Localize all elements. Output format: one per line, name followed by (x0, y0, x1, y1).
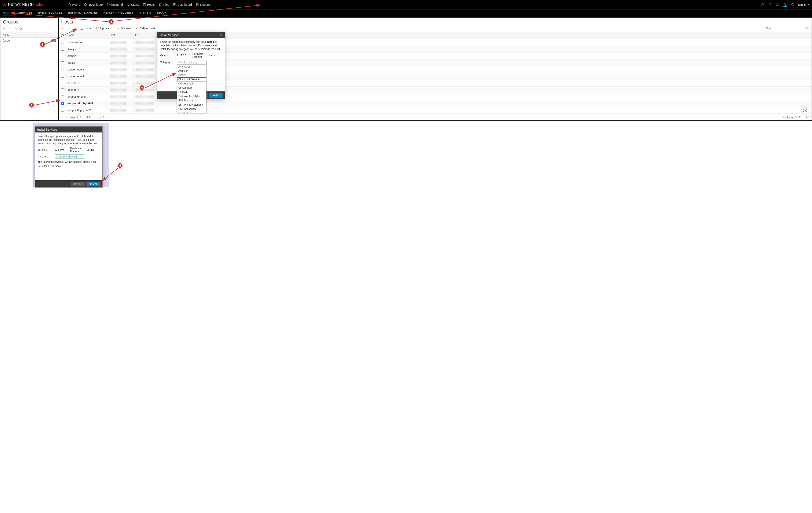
row-checkbox[interactable] (61, 41, 64, 44)
edit-host-icon[interactable] (72, 26, 78, 30)
nav-reports-label: Reports (200, 3, 210, 6)
fab-button[interactable] (802, 107, 809, 114)
row-checkbox[interactable] (61, 68, 64, 71)
brand-text: NETWITNESSPlatform (8, 3, 47, 6)
row-name: broker (66, 60, 108, 66)
dropdown-option[interactable]: Broker (177, 73, 206, 77)
last-page-icon[interactable]: » (97, 116, 98, 119)
nav-right: admin (760, 3, 810, 7)
add-group-icon[interactable]: ＋ (3, 26, 6, 31)
row-ip-redacted (135, 102, 154, 105)
nav-reports[interactable]: Reports (196, 3, 210, 6)
group-item-all[interactable]: All 20 (0, 38, 58, 44)
refresh-page-icon[interactable]: ⟳ (103, 116, 105, 119)
col-ip[interactable]: IP (134, 32, 159, 39)
dropdown-caret-icon[interactable]: ⌄ (66, 26, 70, 30)
dropdown-option[interactable]: Endpoint (177, 90, 206, 94)
subnav-health[interactable]: HEALTH & WELLNESS (104, 11, 134, 16)
subnav-event-sources[interactable]: EVENT SOURCES (38, 11, 63, 16)
nav-home[interactable]: Home (68, 3, 80, 6)
install-button[interactable]: Install (80, 26, 93, 30)
subnav-hosts[interactable]: HOSTS (3, 11, 13, 16)
user-menu[interactable]: admin (798, 3, 810, 6)
dropdown-option[interactable]: Analyst UI (177, 64, 206, 69)
category-select[interactable]: Select a category ⌄ (177, 60, 206, 64)
table-row[interactable]: endpointloghybrid2 (59, 107, 812, 114)
next-page-icon[interactable]: › (94, 116, 95, 119)
row-checkbox[interactable] (61, 75, 64, 78)
nav-investigate[interactable]: Investigate (84, 3, 103, 6)
install-services-dialog-2: Install Services ✕ Select the appropriat… (35, 126, 103, 188)
subnav-security[interactable]: SECURITY (156, 11, 171, 16)
category-label: Category: (38, 155, 53, 158)
table-row[interactable]: endpointloghybrid1 (59, 100, 812, 107)
subnav-services[interactable]: SERVICES (18, 11, 33, 16)
reboot-button[interactable]: Reboot Host (134, 26, 156, 30)
nav-users[interactable]: Users (127, 3, 139, 6)
first-page-icon[interactable]: « (61, 116, 63, 119)
netwitness-logo-icon (2, 2, 7, 7)
row-checkbox[interactable] (61, 82, 64, 84)
dropdown-option[interactable]: ESA Secondary (177, 107, 206, 111)
row-host-redacted (110, 68, 127, 71)
remove-host-icon[interactable]: ━ (61, 26, 64, 30)
row-ip-redacted (135, 48, 154, 51)
page-input[interactable] (78, 115, 84, 119)
hw-label: Hardware Platform: (70, 147, 85, 153)
select-all-checkbox[interactable] (61, 34, 64, 37)
help-icon[interactable] (791, 3, 795, 7)
install-button-dialog[interactable]: Install (209, 93, 223, 97)
nav-files[interactable]: Files (158, 3, 169, 6)
dialog2-instr-bold: Install (84, 135, 92, 138)
sub-nav: HOSTS SERVICES EVENT SOURCES ENDPOINT SO… (0, 9, 812, 17)
row-checkbox[interactable] (61, 102, 64, 105)
category-select-filled[interactable]: Cloud Link Service ⌄ (55, 154, 84, 159)
nav-respond[interactable]: Respond (107, 3, 123, 6)
dropdown-option[interactable]: Cloud Link Service (177, 77, 206, 82)
dropdown-option[interactable]: ContextHub (177, 86, 206, 90)
row-checkbox[interactable] (61, 55, 64, 57)
bell-icon[interactable] (768, 3, 772, 7)
close-icon[interactable]: ✕ (98, 128, 100, 131)
dropdown-option[interactable]: ESA Primary (177, 98, 206, 103)
subnav-endpoint-sources[interactable]: ENDPOINT SOURCES (68, 11, 98, 16)
close-icon[interactable]: ✕ (220, 33, 223, 37)
row-checkbox[interactable] (61, 95, 64, 98)
filter-input[interactable] (764, 26, 806, 30)
row-host-redacted (110, 88, 127, 91)
subnav-system[interactable]: SYSTEM (139, 11, 151, 16)
discover-button[interactable]: Discover (116, 26, 133, 30)
hosts-toolbar: ━ ⌄ Install Update ⌄ Discover Reboot Hos… (59, 26, 812, 32)
nav-dashboard[interactable]: Dashboard (173, 3, 192, 6)
update-button[interactable]: Update ⌄ (95, 26, 113, 30)
row-checkbox[interactable] (61, 88, 64, 91)
nav-hosts[interactable]: Hosts (143, 3, 155, 6)
message-icon[interactable] (775, 3, 780, 7)
prev-page-icon[interactable]: ‹ (64, 116, 65, 119)
install-button-final[interactable]: Install (87, 181, 100, 187)
group-all-label: All (7, 39, 10, 42)
remove-group-icon[interactable]: － (8, 26, 12, 31)
edit-group-icon[interactable]: ✎ (14, 27, 17, 31)
dropdown-option[interactable]: Endpoint Log Hybrid (177, 94, 206, 98)
col-host[interactable]: Host (108, 32, 134, 39)
tools-icon[interactable] (783, 3, 787, 7)
update-label: Update (100, 27, 109, 30)
dropdown-option[interactable]: Concentrator (177, 82, 206, 86)
dropdown-option[interactable]: ESA Primary Standby (177, 103, 206, 107)
version-value: 12.5.0.0 (55, 148, 64, 151)
row-checkbox[interactable] (61, 61, 64, 64)
row-checkbox[interactable] (61, 48, 64, 51)
filter-box[interactable]: ✕ (763, 26, 809, 31)
clear-filter-icon[interactable]: ✕ (806, 27, 808, 30)
svg-line-33 (784, 4, 785, 5)
col-name[interactable]: Name (66, 32, 108, 39)
reboot-label: Reboot Host (140, 27, 155, 30)
dropdown-option[interactable]: Log Collector (177, 111, 206, 113)
cancel-button[interactable]: Cancel (71, 181, 85, 187)
row-checkbox[interactable] (61, 109, 64, 112)
refresh-groups-icon[interactable]: ⟳ (20, 27, 23, 31)
version-value: 12.5.0.0 (177, 54, 186, 57)
timer-icon[interactable] (760, 3, 764, 7)
dropdown-option[interactable]: Archiver (177, 69, 206, 73)
